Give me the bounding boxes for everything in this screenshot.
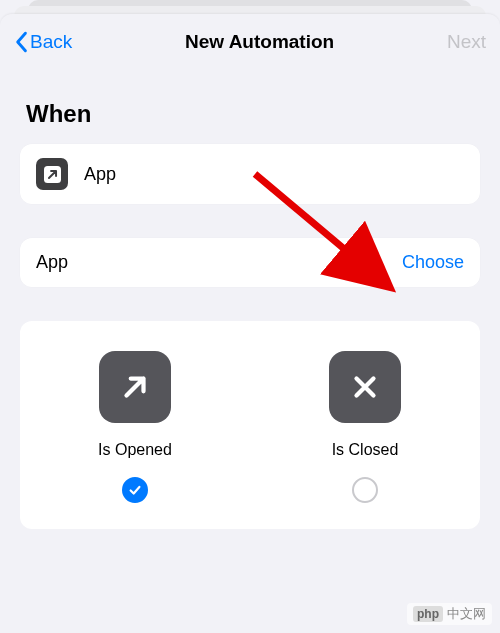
arrow-up-right-icon bbox=[44, 166, 61, 183]
option-is-opened[interactable]: Is Opened bbox=[20, 351, 250, 503]
trigger-label: App bbox=[84, 164, 464, 185]
chevron-left-icon bbox=[14, 31, 28, 53]
option-is-closed[interactable]: Is Closed bbox=[250, 351, 480, 503]
option-opened-label: Is Opened bbox=[98, 441, 172, 459]
chooser-row: App Choose bbox=[20, 238, 480, 287]
trigger-row[interactable]: App bbox=[20, 144, 480, 204]
app-trigger-icon bbox=[36, 158, 68, 190]
radio-is-closed[interactable] bbox=[352, 477, 378, 503]
option-closed-label: Is Closed bbox=[332, 441, 399, 459]
nav-bar: Back New Automation Next bbox=[0, 14, 500, 70]
open-icon bbox=[99, 351, 171, 423]
section-title: When bbox=[26, 100, 474, 128]
options-card: Is Opened Is Closed bbox=[20, 321, 480, 529]
sheet-stack bbox=[0, 0, 500, 14]
check-icon bbox=[128, 483, 142, 497]
watermark-text: 中文网 bbox=[447, 605, 486, 623]
page-title: New Automation bbox=[185, 31, 334, 53]
chooser-label: App bbox=[36, 252, 402, 273]
next-button: Next bbox=[447, 31, 486, 53]
choose-button[interactable]: Choose bbox=[402, 252, 464, 273]
modal-sheet: Back New Automation Next When App App Ch… bbox=[0, 14, 500, 633]
watermark: php 中文网 bbox=[407, 603, 492, 625]
trigger-card: App bbox=[20, 144, 480, 204]
x-icon bbox=[348, 370, 382, 404]
back-label: Back bbox=[30, 31, 72, 53]
back-button[interactable]: Back bbox=[14, 31, 72, 53]
radio-is-opened[interactable] bbox=[122, 477, 148, 503]
watermark-logo: php bbox=[413, 606, 443, 622]
content: When App App Choose bbox=[0, 70, 500, 539]
arrow-up-right-icon bbox=[118, 370, 152, 404]
chooser-card: App Choose bbox=[20, 238, 480, 287]
close-icon bbox=[329, 351, 401, 423]
